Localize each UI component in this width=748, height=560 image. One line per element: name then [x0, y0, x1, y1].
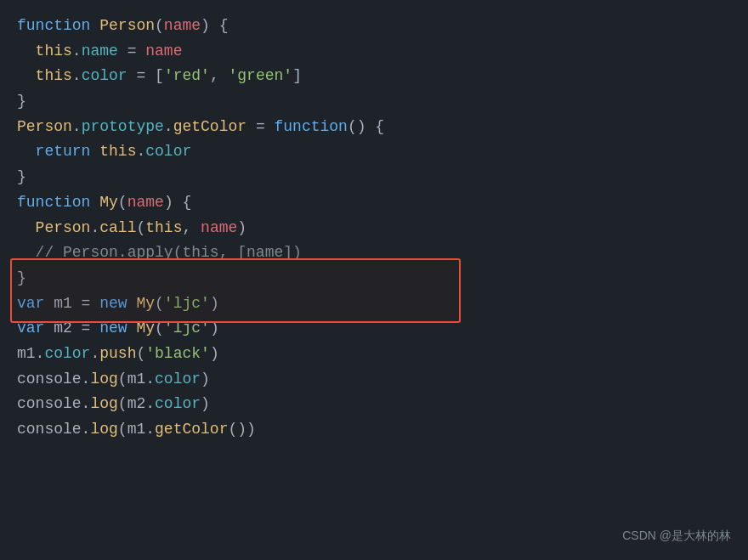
code-line-12: var m1 = new My('ljc') — [17, 291, 731, 317]
code-line-7: } — [17, 165, 731, 190]
code-line-4: } — [17, 89, 731, 115]
code-line-3: this.color = ['red', 'green'] — [17, 64, 731, 89]
code-line-5: Person.prototype.getColor = function() { — [17, 115, 731, 140]
code-line-1: function Person(name) { — [17, 14, 731, 39]
code-editor: function Person(name) { this.name = name… — [0, 0, 748, 560]
code-line-13: var m2 = new My('ljc') — [17, 316, 731, 342]
code-line-14: m1.color.push('black') — [17, 342, 731, 367]
code-line-2: this.name = name — [17, 39, 731, 65]
code-line-9: Person.call(this, name) — [17, 216, 731, 241]
code-line-8: function My(name) { — [17, 190, 731, 216]
code-line-10: // Person.apply(this, [name]) — [17, 240, 731, 266]
code-line-16: console.log(m2.color) — [17, 392, 731, 417]
code-line-17: console.log(m1.getColor()) — [17, 417, 731, 443]
watermark: CSDN @是大林的林 — [622, 526, 731, 545]
code-line-6: return this.color — [17, 139, 731, 165]
code-line-15: console.log(m1.color) — [17, 367, 731, 393]
code-line-11: } — [17, 266, 731, 291]
